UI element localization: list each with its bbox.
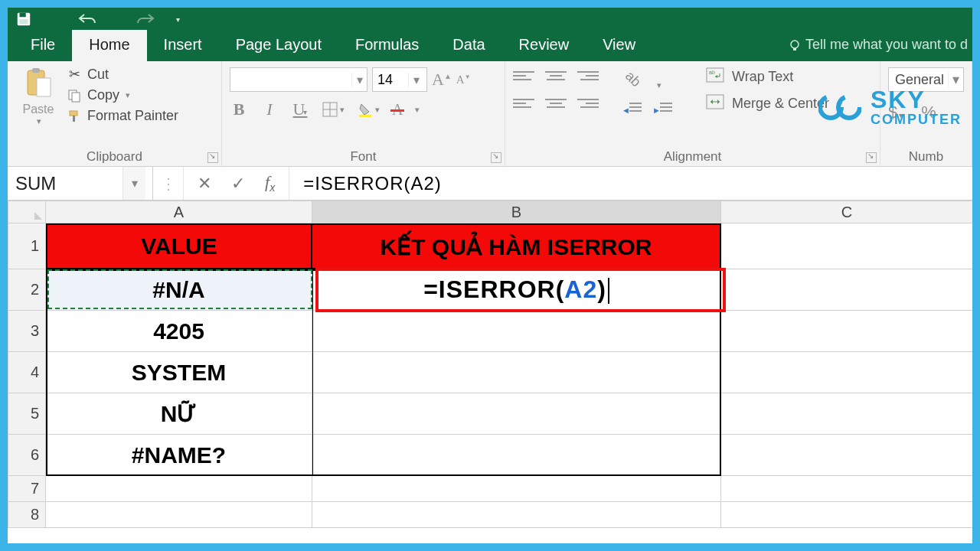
- bold-button[interactable]: B: [230, 99, 248, 119]
- align-bottom-icon[interactable]: [577, 67, 599, 84]
- select-all-button[interactable]: [8, 201, 46, 223]
- row-header-6[interactable]: 6: [8, 435, 46, 476]
- paintbrush-icon: [66, 109, 83, 123]
- cell-A7[interactable]: [46, 476, 312, 502]
- formula-input[interactable]: [289, 167, 972, 200]
- worksheet-grid[interactable]: A B C 1 VALUE KẾT QUẢ HÀM ISERROR 2 #N/A…: [8, 201, 972, 528]
- undo-icon[interactable]: [78, 11, 98, 28]
- dialog-launcher-icon[interactable]: [866, 152, 877, 163]
- row-header-8[interactable]: 8: [8, 502, 46, 528]
- cell-C2[interactable]: [721, 269, 972, 311]
- decrease-indent-icon[interactable]: ◄: [622, 101, 642, 118]
- font-name-combo[interactable]: ▾: [230, 67, 368, 92]
- align-left-icon[interactable]: [513, 95, 534, 112]
- cell-C7[interactable]: [721, 476, 972, 502]
- cancel-edit-icon[interactable]: ✕: [198, 174, 211, 194]
- cell-A4[interactable]: SYSTEM: [46, 352, 312, 393]
- italic-button[interactable]: I: [260, 99, 279, 119]
- borders-button[interactable]: ▾: [322, 101, 345, 118]
- tab-file[interactable]: File: [14, 30, 72, 61]
- chevron-down-icon[interactable]: ▾: [122, 167, 145, 200]
- cell-B5[interactable]: [312, 393, 721, 435]
- name-box[interactable]: ▾: [8, 167, 153, 200]
- row-header-5[interactable]: 5: [8, 393, 46, 435]
- save-icon[interactable]: [14, 11, 34, 28]
- cell-A5[interactable]: NỮ: [46, 393, 312, 435]
- column-header-C[interactable]: C: [721, 201, 972, 223]
- cell-C3[interactable]: [721, 311, 972, 352]
- number-format-combo[interactable]: General ▾: [888, 67, 964, 92]
- cell-A1[interactable]: VALUE: [46, 223, 312, 269]
- font-size-input[interactable]: [373, 68, 408, 91]
- decrease-font-icon[interactable]: A▼: [456, 73, 471, 86]
- column-header-A[interactable]: A: [46, 201, 312, 223]
- row-header-4[interactable]: 4: [8, 352, 46, 393]
- row-header-3[interactable]: 3: [8, 311, 46, 352]
- cell-A8[interactable]: [46, 502, 312, 528]
- cell-C8[interactable]: [721, 502, 972, 528]
- align-middle-icon[interactable]: [545, 67, 567, 84]
- accounting-format-button[interactable]: $▾: [888, 103, 903, 122]
- formula-bar: ▾ ⋮ ✕ ✓ fx: [8, 167, 972, 201]
- dialog-launcher-icon[interactable]: [207, 152, 218, 163]
- merge-center-button[interactable]: Merge & Center ▾: [706, 94, 843, 113]
- insert-function-icon[interactable]: fx: [265, 172, 275, 194]
- row-header-1[interactable]: 1: [8, 223, 46, 269]
- cell-B6[interactable]: [312, 435, 721, 476]
- paste-button[interactable]: Paste ▾: [15, 64, 61, 126]
- cell-C5[interactable]: [721, 393, 972, 435]
- confirm-edit-icon[interactable]: ✓: [231, 174, 245, 194]
- cut-label: Cut: [87, 67, 109, 83]
- orientation-button[interactable]: ab: [617, 63, 649, 95]
- svg-point-3: [791, 41, 799, 48]
- increase-font-icon[interactable]: A▲: [432, 70, 452, 90]
- svg-rect-11: [73, 116, 75, 122]
- cell-B4[interactable]: [312, 352, 721, 393]
- cell-A2[interactable]: #N/A: [46, 269, 312, 311]
- expand-formula-bar-icon[interactable]: ⋮: [153, 167, 184, 200]
- format-painter-button[interactable]: Format Painter: [66, 108, 178, 124]
- quick-access-toolbar: ▾: [8, 8, 972, 31]
- redo-icon[interactable]: [135, 11, 155, 28]
- font-size-combo[interactable]: ▾: [372, 67, 427, 92]
- row-header-7[interactable]: 7: [8, 476, 46, 502]
- tab-insert[interactable]: Insert: [147, 30, 219, 61]
- tab-data[interactable]: Data: [436, 30, 501, 61]
- dialog-launcher-icon[interactable]: [491, 152, 501, 163]
- name-box-input[interactable]: [8, 167, 122, 200]
- cell-B3[interactable]: [312, 311, 721, 352]
- cell-A3[interactable]: 4205: [46, 311, 312, 352]
- cell-C4[interactable]: [721, 352, 972, 393]
- align-center-icon[interactable]: [545, 95, 567, 112]
- tab-view[interactable]: View: [586, 30, 652, 61]
- increase-indent-icon[interactable]: ►: [652, 101, 672, 118]
- underline-button[interactable]: U▾: [291, 99, 309, 119]
- chevron-down-icon: ▾: [657, 80, 662, 90]
- fill-color-button[interactable]: ▾: [357, 101, 380, 118]
- cell-B7[interactable]: [312, 476, 721, 502]
- tab-home[interactable]: Home: [72, 30, 146, 61]
- tell-me-search[interactable]: Tell me what you want to d: [789, 37, 968, 53]
- cell-B8[interactable]: [312, 502, 721, 528]
- cell-B1[interactable]: KẾT QUẢ HÀM ISERROR: [312, 223, 721, 269]
- wrap-text-button[interactable]: ab Wrap Text: [706, 67, 843, 86]
- align-right-icon[interactable]: [577, 95, 599, 112]
- align-top-icon[interactable]: [513, 67, 534, 84]
- font-color-button[interactable]: A ▾: [392, 101, 420, 119]
- tab-page-layout[interactable]: Page Layout: [219, 30, 338, 61]
- wrap-text-icon: ab: [706, 67, 726, 86]
- cell-C6[interactable]: [721, 435, 972, 476]
- row-header-2[interactable]: 2: [8, 269, 46, 311]
- group-label-alignment: Alignment: [505, 149, 880, 165]
- cell-B2[interactable]: =ISERROR(A2): [312, 269, 721, 311]
- percent-format-button[interactable]: %: [921, 103, 936, 122]
- cut-button[interactable]: ✂ Cut: [66, 66, 178, 83]
- cell-A6[interactable]: #NAME?: [46, 435, 312, 476]
- cell-C1[interactable]: [721, 223, 972, 269]
- tab-formulas[interactable]: Formulas: [338, 30, 436, 61]
- qat-customize-icon[interactable]: ▾: [176, 15, 180, 24]
- tab-review[interactable]: Review: [502, 30, 586, 61]
- group-label-clipboard: Clipboard: [8, 149, 221, 165]
- copy-button[interactable]: Copy ▾: [66, 87, 178, 103]
- column-header-B[interactable]: B: [312, 201, 721, 223]
